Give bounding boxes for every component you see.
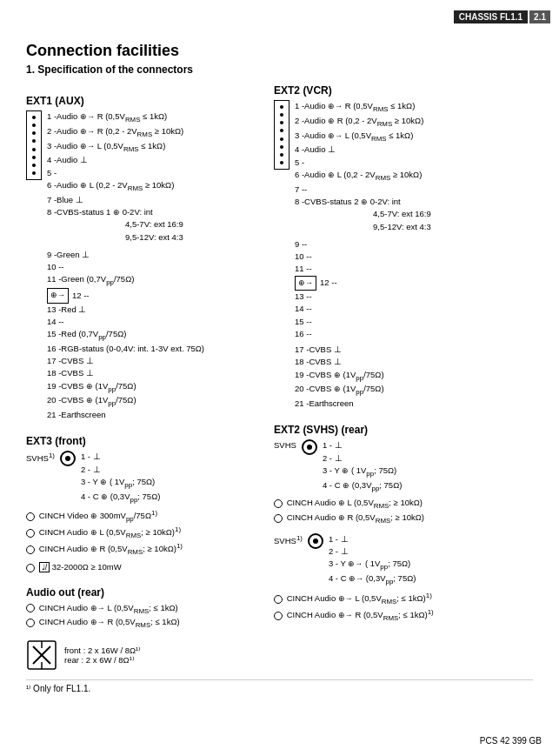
ext3-svhs-pin4: 4 - C ⊕ (0,3Vpp; 75Ω) [81,491,161,505]
pin7 [32,164,36,167]
vcr-pin3 [280,121,283,124]
ext2-svhs-pin1-2: 2 - ⊥ [323,452,403,465]
ext3-svhs-pins: 1 - ⊥ 2 - ⊥ 3 - Y ⊕ ( 1Vpp; 75Ω) 4 - C ⊕… [81,451,161,505]
ext1-pin8: 8 -CVBS-status 1 ⊕ 0-2V: int [47,206,183,219]
main-title: Connection facilities [26,42,533,60]
ext2-svhs-icon2 [308,533,323,549]
vcr-pin1-text: 1 -Audio ⊕→ R (0,5VRMS ≤ 1kΩ) [295,100,431,115]
ext1-pin19: 19 -CVBS ⊕ (1Vpp/75Ω) [47,380,265,395]
ext2-svhs-circle2 [308,533,323,549]
vcr-pin4 [280,129,283,132]
vcr-pin8 [280,161,283,164]
speaker-labels: front : 2 x 16W / 8Ω¹⁾ rear : 2 x 6W / 8… [64,646,140,665]
speaker-rear: rear : 2 x 6W / 8Ω¹⁾ [64,655,140,665]
ext1-pin1: 1 -Audio ⊕→ R (0,5VRMS ≤ 1kΩ) [47,110,183,125]
ext2-svhs-block2: SVHS1) 1 - ⊥ 2 - ⊥ 3 - Y ⊕→ ( 1Vpp; 75Ω)… [274,533,533,587]
ext1-pin21: 21 -Earthscreen [47,409,265,421]
ext2-svhs-cinch1: CINCH Audio ⊕ L (0,5VRMS; ≥ 10kΩ) [274,497,533,512]
ext3-content: SVHS1) 1 - ⊥ 2 - ⊥ 3 - Y ⊕ ( 1Vpp; 75Ω) … [26,451,265,573]
ext2-svhs-cinch4: CINCH Audio ⊕→ R (0,5VRMS; ≤ 1kΩ)1) [274,607,533,624]
vcr-pin16: 16 -- [295,328,533,340]
ext3-svhs-label: SVHS1) [26,451,55,465]
ext1-pin14: 14 -- [47,316,265,328]
pin5 [32,148,36,151]
ext2-svhs-pin1-1: 1 - ⊥ [323,439,403,452]
ext2-vcr-pins-visual [274,100,289,170]
vcr-pin1 [280,105,283,109]
vcr-pin19: 19 -CVBS ⊕ (1Vpp/75Ω) [295,369,533,384]
ext2-svhs-section: EXT2 (SVHS) (rear) SVHS 1 - [274,424,533,623]
ext2-svhs-pins1: 1 - ⊥ 2 - ⊥ 3 - Y ⊕ ( 1Vpp; 75Ω) 4 - C ⊕… [323,439,403,493]
page-number: PCS 42 399 GB [480,736,542,746]
ext1-pin17: 17 -CVBS ⊥ [47,355,265,367]
chassis-badge: CHASSIS FL1.1 [454,10,528,23]
ext2-svhs-cinch2: CINCH Audio ⊕ R (0,5VRMS; ≥ 10kΩ) [274,512,533,526]
ext2-svhs-label1: SVHS [274,439,296,452]
ext1-pin6: 6 -Audio ⊕ L (0,2 - 2VRMS ≥ 10kΩ) [47,179,183,194]
ext1-section: EXT1 (AUX) 1 -Audio ⊕→ R (0,5VRMS ≤ 1kΩ) [26,95,265,421]
speaker-rear-label: rear [64,655,79,665]
audio-out-title: Audio out (rear) [26,586,265,599]
vcr-pin20: 20 -CVBS ⊕ (1Vpp/75Ω) [295,383,533,398]
ext1-title: EXT1 (AUX) [26,95,265,107]
vcr-pin11: 11 -- [295,263,533,275]
ext1-pin13: 13 -Red ⊥ [47,304,265,316]
left-column: EXT1 (AUX) 1 -Audio ⊕→ R (0,5VRMS ≤ 1kΩ) [26,84,265,671]
ext2-svhs-label2: SVHS1) [274,533,303,547]
ext3-svhs-icon [60,451,76,466]
ext3-svhs-pin2: 2 - ⊥ [81,464,161,476]
audio-out-1: CINCH Audio ⊕→ L (0,5VRMS; ≤ 1kΩ) [26,602,265,617]
vcr-pin2 [280,113,283,117]
ext2-svhs-content: SVHS 1 - ⊥ 2 - ⊥ 3 - Y ⊕ ( 1Vpp; 75Ω) 4 … [274,439,533,623]
ext1-pin2: 2 -Audio ⊕→ R (0,2 - 2VRMS ≥ 10kΩ) [47,125,183,140]
ext1-pins-visual [26,110,42,180]
audio-out-2: CINCH Audio ⊕→ R (0,5VRMS; ≤ 1kΩ) [26,616,265,631]
ext2-svhs-title: EXT2 (SVHS) (rear) [274,424,533,436]
ext1-pin12-row: ⊕→ 12 -- [47,288,265,304]
vcr-db15-icon: ⊕→ [295,276,316,291]
vcr-pin6-text: 6 -Audio ⊕ L (0,2 - 2VRMS ≥ 10kΩ) [295,169,431,184]
vcr-pin7-text: 7 -- [295,184,431,196]
ext3-cinch3: CINCH Audio ⊕ R (0,5VRMS; ≥ 10kΩ)1) [26,541,265,558]
ext1-pin10: 10 -- [47,261,265,273]
ext3-svhs-dot [65,456,70,461]
vcr-pin4-text: 4 -Audio ⊥ [295,144,431,156]
ext3-svhs-pin3: 3 - Y ⊕ ( 1Vpp; 75Ω) [81,476,161,491]
vcr-pin5 [280,137,283,141]
vcr-pin7 [280,153,283,157]
right-column: EXT2 (VCR) 1 -Audio ⊕→ R (0,5VRMS ≤ 1kΩ) [274,84,533,671]
ext2-svhs-pin1-4: 4 - C ⊕ (0,3Vpp; 75Ω) [323,479,403,494]
speaker-front-value: : 2 x 16W / 8Ω¹⁾ [83,646,141,655]
ext1-db15-icon: ⊕→ [47,288,69,304]
ext1-pin20: 20 -CVBS ⊕ (1Vpp/75Ω) [47,394,265,409]
ext1-pin18: 18 -CVBS ⊥ [47,367,265,379]
ext2-svhs-circle1 [302,439,317,455]
ext2-svhs-pin2-1: 1 - ⊥ [329,533,416,545]
speaker-icon [26,639,57,671]
ext2-vcr-pin-list: 1 -Audio ⊕→ R (0,5VRMS ≤ 1kΩ) 2 -Audio ⊕… [295,100,431,233]
speaker-section: front : 2 x 16W / 8Ω¹⁾ rear : 2 x 6W / 8… [26,639,265,671]
ext2-svhs-pin2-2: 2 - ⊥ [329,545,416,558]
footnote-text: ¹⁾ Only for FL1.1. [26,684,90,693]
ext3-svhs-label-col: SVHS1) [26,451,55,465]
pin8 [32,171,36,175]
ext3-cinch1: CINCH Video ⊕ 300mVpp/75Ω1) [26,508,265,525]
vcr-pin12-row: ⊕→ 12 -- [295,276,533,291]
ext3-svhs-circle [60,451,76,466]
ext2-svhs-label2-col: SVHS1) [274,533,303,547]
ext1-pin8-line2: 4,5-7V: ext 16:9 [47,218,183,231]
ext3-headphone: ♩/ 32-2000Ω ≥ 10mW [26,561,265,574]
page: CHASSIS FL1.1 2.1 Connection facilities … [0,0,559,756]
ext3-svhs-pin1: 1 - ⊥ [81,451,161,463]
ext2-svhs-label1-col: SVHS [274,439,296,452]
ext2-svhs-pin2-4: 4 - C ⊕→ (0,3Vpp; 75Ω) [329,572,416,587]
vcr-pin6 [280,145,283,149]
vcr-pin8-line2: 4,5-7V: ext 16:9 [295,208,431,220]
version-badge: 2.1 [529,10,550,23]
vcr-pin15: 15 -- [295,316,533,328]
ext3-title: EXT3 (front) [26,435,265,447]
ext2-svhs-pin2-3: 3 - Y ⊕→ ( 1Vpp; 75Ω) [329,558,416,572]
ext2-svhs-dot1 [307,445,312,450]
ext3-cinch2: CINCH Audio ⊕ L (0,5VRMS; ≥ 10kΩ)1) [26,525,265,541]
pin2 [32,124,36,127]
